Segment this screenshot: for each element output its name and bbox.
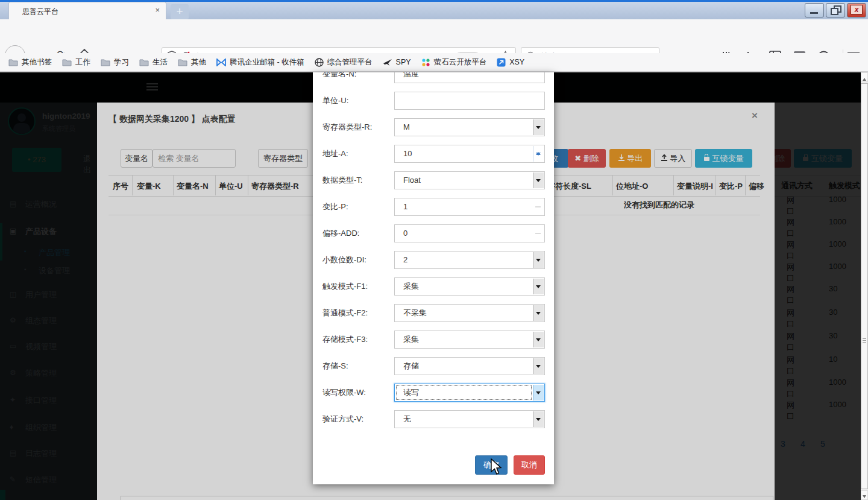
chevron-down-icon[interactable] bbox=[533, 332, 544, 347]
browser-tab[interactable]: 思普云平台 × bbox=[8, 2, 166, 19]
number-spinner[interactable] bbox=[533, 146, 544, 162]
variable-edit-form: 变量名-N: 温度 单位-U: 寄存器类型-R: M 地址-A: 10 数据类型… bbox=[313, 72, 554, 484]
bookmark-tencent-mail[interactable]: 腾讯企业邮箱 - 收件箱 bbox=[216, 57, 304, 68]
form-row: 读写权限-W: 读写 bbox=[313, 384, 554, 402]
bookmark-spy[interactable]: SPY bbox=[383, 58, 411, 66]
decimal-digits-select[interactable]: 2 bbox=[394, 251, 545, 269]
form-row: 触发模式-F1: 采集 bbox=[313, 277, 554, 296]
storage-mode-select[interactable]: 采集 bbox=[394, 331, 545, 349]
scrollbar-grip bbox=[861, 337, 867, 343]
verify-mode-select[interactable]: 无 bbox=[394, 410, 545, 428]
address-input[interactable]: 10 bbox=[394, 145, 545, 163]
form-row: 变比-P: 1 bbox=[313, 198, 554, 216]
chevron-down-icon[interactable] bbox=[533, 252, 544, 268]
window-controls: x bbox=[805, 3, 866, 17]
form-row: 存储模式-F3: 采集 bbox=[313, 331, 554, 349]
tab-close-icon[interactable]: × bbox=[155, 5, 160, 14]
chevron-down-icon[interactable] bbox=[533, 119, 544, 135]
form-row: 普通模式-F2: 不采集 bbox=[313, 304, 554, 322]
form-row: 变量名-N: 温度 bbox=[313, 72, 554, 83]
ratio-input[interactable]: 1 bbox=[394, 198, 545, 216]
bookmark-folder-life[interactable]: 生活 bbox=[139, 57, 168, 68]
variable-name-input[interactable]: 温度 bbox=[394, 72, 545, 83]
bookmark-folder-misc[interactable]: 其他 bbox=[178, 57, 206, 68]
bookmark-mgmt-platform[interactable]: 综合管理平台 bbox=[315, 57, 373, 68]
scroll-up-arrow[interactable] bbox=[861, 72, 868, 82]
data-type-select[interactable]: Float bbox=[394, 171, 545, 189]
bookmark-folder-study[interactable]: 学习 bbox=[101, 57, 129, 68]
chevron-down-icon[interactable] bbox=[533, 305, 544, 321]
chevron-down-icon[interactable] bbox=[533, 279, 544, 294]
tab-title: 思普云平台 bbox=[22, 7, 58, 17]
form-row: 偏移-ADD: 0 bbox=[313, 224, 554, 242]
form-row: 验证方式-V: 无 bbox=[313, 410, 554, 428]
minimize-button[interactable] bbox=[805, 3, 824, 17]
page-scrollbar[interactable] bbox=[861, 72, 868, 500]
titlebar: 思普云平台 × + x bbox=[0, 2, 868, 19]
spinner-dash bbox=[535, 206, 541, 207]
navigation-toolbar: ← → ⟳ iot.idosp.net/admin/index.html?lan… bbox=[0, 19, 868, 53]
bookmark-folder-work[interactable]: 工作 bbox=[62, 57, 90, 68]
bookmark-ezviz[interactable]: 萤石云开放平台 bbox=[421, 57, 487, 68]
form-row: 小数位数-DI: 2 bbox=[313, 251, 554, 269]
web-page: hignton2019 系统管理员 • 273 退出 ▤运营概况 ▣产品设备 ▪… bbox=[0, 72, 868, 500]
scrollbar-thumb[interactable] bbox=[861, 83, 868, 489]
form-row: 寄存器类型-R: M bbox=[313, 118, 554, 136]
form-row: 地址-A: 10 bbox=[313, 145, 554, 163]
bookmark-folder-other[interactable]: 其他书签 bbox=[8, 57, 52, 68]
restore-button[interactable] bbox=[826, 3, 845, 17]
offset-input[interactable]: 0 bbox=[394, 224, 545, 242]
bookmark-xsy[interactable]: XSY bbox=[497, 58, 524, 67]
cancel-button[interactable]: 取消 bbox=[514, 455, 545, 475]
chevron-down-icon[interactable] bbox=[533, 385, 544, 400]
chevron-down-icon[interactable] bbox=[533, 172, 544, 188]
form-row: 存储-S: 存储 bbox=[313, 357, 554, 375]
form-row: 单位-U: bbox=[313, 92, 554, 110]
bookmarks-bar: 其他书签 工作 学习 生活 其他 腾讯企业邮箱 - 收件箱 综合管理平台 SPY… bbox=[0, 53, 868, 71]
normal-mode-select[interactable]: 不采集 bbox=[394, 304, 545, 322]
chevron-down-icon[interactable] bbox=[533, 411, 544, 427]
spinner-dash bbox=[535, 233, 541, 234]
register-type-select[interactable]: M bbox=[394, 118, 545, 136]
unit-input[interactable] bbox=[394, 92, 545, 110]
storage-select[interactable]: 存储 bbox=[394, 357, 545, 375]
form-row: 数据类型-T: Float bbox=[313, 171, 554, 189]
new-tab-button[interactable]: + bbox=[171, 4, 189, 19]
close-button[interactable]: x bbox=[847, 3, 866, 17]
chevron-down-icon[interactable] bbox=[533, 358, 544, 374]
firefox-window: 思普云平台 × + x ← → ⟳ iot.idosp.net/admin/i bbox=[0, 0, 868, 500]
scroll-down-arrow[interactable] bbox=[861, 490, 868, 500]
rw-permission-select[interactable]: 读写 bbox=[394, 384, 545, 402]
trigger-mode-select[interactable]: 采集 bbox=[394, 277, 545, 296]
mouse-cursor bbox=[490, 458, 505, 478]
